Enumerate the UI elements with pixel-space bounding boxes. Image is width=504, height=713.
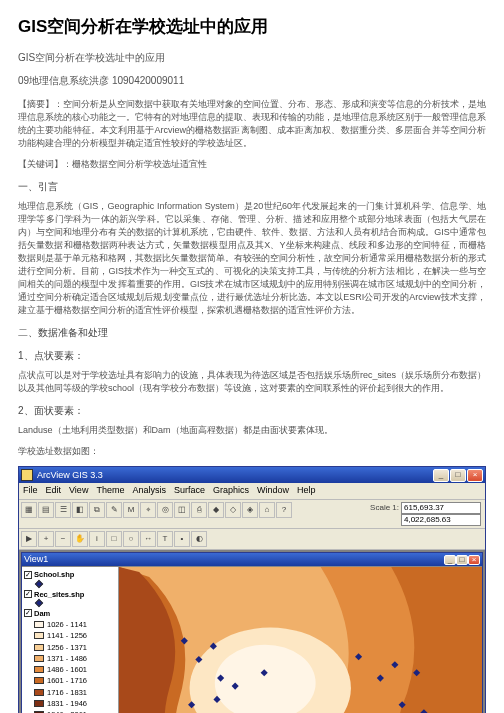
section-2-3-body: 学校选址数据如图： [18, 445, 486, 458]
abstract: 【摘要】：空间分析是从空间数据中获取有关地理对象的空间位置、分布、形态、形成和演… [18, 98, 486, 150]
coord-readout [401, 514, 481, 526]
menu-edit[interactable]: Edit [46, 484, 62, 498]
legend-panel: School.shp Rec_sites.shp Dam 1026 - 1141… [22, 567, 118, 713]
menu-help[interactable]: Help [297, 484, 316, 498]
color-swatch-icon [34, 644, 44, 651]
tool-btn[interactable]: ☰ [55, 502, 71, 518]
tool-btn[interactable]: ⧉ [89, 502, 105, 518]
checkbox-icon[interactable] [24, 571, 32, 579]
layer-dam[interactable]: Dam 1026 - 11411141 - 12561256 - 1371137… [24, 608, 116, 713]
view-min-button[interactable]: _ [444, 555, 456, 565]
keywords-text: ：栅格数据空间分析学校选址适宜性 [63, 159, 207, 169]
menu-window[interactable]: Window [257, 484, 289, 498]
map-canvas[interactable] [118, 567, 482, 713]
tool-identify-icon[interactable]: i [89, 531, 105, 547]
maximize-button[interactable]: □ [450, 469, 466, 482]
abstract-label: 【摘要】 [18, 99, 54, 109]
legend-class-row: 1716 - 1831 [34, 687, 116, 698]
legend-class-row: 1601 - 1716 [34, 675, 116, 686]
color-swatch-icon [34, 632, 44, 639]
tool-btn[interactable]: ▤ [38, 502, 54, 518]
menu-file[interactable]: File [23, 484, 38, 498]
scale-input[interactable] [401, 502, 481, 514]
tool-pointer-icon[interactable]: ▶ [21, 531, 37, 547]
legend-class-row: 1946 - 2061 [34, 709, 116, 713]
menu-analysis[interactable]: Analysis [132, 484, 166, 498]
section-2-2-head: 2、面状要素： [18, 403, 486, 418]
tool-zoom-out-icon[interactable]: − [55, 531, 71, 547]
section-2-1-head: 1、点状要素： [18, 348, 486, 363]
arcview-window: ArcView GIS 3.3 _ □ × File Edit View The… [18, 466, 486, 713]
view-window: View1 _ □ × School.shp Rec_sites.shp [21, 552, 483, 713]
class-label: 1831 - 1946 [47, 698, 87, 709]
tool-btn[interactable]: ○ [123, 531, 139, 547]
tool-pan-icon[interactable]: ✋ [72, 531, 88, 547]
class-label: 1486 - 1601 [47, 664, 87, 675]
menu-view[interactable]: View [69, 484, 88, 498]
minimize-button[interactable]: _ [433, 469, 449, 482]
tool-btn[interactable]: ◇ [225, 502, 241, 518]
tool-label-icon[interactable]: T [157, 531, 173, 547]
workspace: View1 _ □ × School.shp Rec_sites.shp [19, 550, 485, 713]
subtitle: GIS空间分析在学校选址中的应用 [18, 50, 486, 65]
legend-class-row: 1256 - 1371 [34, 642, 116, 653]
tool-btn[interactable]: ◧ [72, 502, 88, 518]
tool-btn[interactable]: ◐ [191, 531, 207, 547]
abstract-text: ：空间分析是从空间数据中获取有关地理对象的空间位置、分布、形态、形成和演变等信息… [18, 99, 486, 148]
view-close-button[interactable]: × [468, 555, 480, 565]
color-swatch-icon [34, 621, 44, 628]
tool-zoom-in-icon[interactable]: + [38, 531, 54, 547]
tool-btn[interactable]: ✎ [106, 502, 122, 518]
menu-theme[interactable]: Theme [96, 484, 124, 498]
tool-btn[interactable]: ? [276, 502, 292, 518]
tool-measure-icon[interactable]: ↔ [140, 531, 156, 547]
point-symbol-icon [35, 599, 43, 607]
color-swatch-icon [34, 666, 44, 673]
section-2-head: 二、数据准备和处理 [18, 325, 486, 340]
tool-btn[interactable]: M [123, 502, 139, 518]
tool-btn[interactable]: ◎ [157, 502, 173, 518]
page-title: GIS空间分析在学校选址中的应用 [18, 14, 486, 40]
app-title: ArcView GIS 3.3 [37, 469, 433, 483]
color-swatch-icon [34, 655, 44, 662]
tool-btn[interactable]: ⎙ [191, 502, 207, 518]
tool-btn[interactable]: ⌖ [140, 502, 156, 518]
section-1-body: 地理信息系统（GIS，Geographic Information System… [18, 200, 486, 317]
layer-rec-label: Rec_sites.shp [34, 589, 84, 600]
color-swatch-icon [34, 689, 44, 696]
layer-school-label: School.shp [34, 569, 74, 580]
section-2-1-body: 点状点可以是对于学校选址具有影响力的设施，具体表现为待选区域是否包括娱乐场所re… [18, 369, 486, 395]
layer-rec[interactable]: Rec_sites.shp [24, 589, 116, 606]
menubar: File Edit View Theme Analysis Surface Gr… [19, 483, 485, 500]
close-button[interactable]: × [467, 469, 483, 482]
class-label: 1716 - 1831 [47, 687, 87, 698]
tool-btn[interactable]: ◫ [174, 502, 190, 518]
tool-btn[interactable]: ◈ [242, 502, 258, 518]
section-1-head: 一、引言 [18, 179, 486, 194]
color-swatch-icon [34, 677, 44, 684]
view-title: View1 [24, 553, 48, 567]
class-label: 1946 - 2061 [47, 709, 87, 713]
toolbar-row-1: ▦ ▤ ☰ ◧ ⧉ ✎ M ⌖ ◎ ◫ ⎙ ◆ ◇ ◈ ⌂ ? Scale 1: [19, 500, 485, 529]
legend-class-row: 1026 - 1141 [34, 619, 116, 630]
keywords: 【关键词】：栅格数据空间分析学校选址适宜性 [18, 158, 486, 171]
layer-school[interactable]: School.shp [24, 569, 116, 586]
menu-surface[interactable]: Surface [174, 484, 205, 498]
app-icon [21, 469, 33, 481]
tool-btn[interactable]: ▦ [21, 502, 37, 518]
tool-select-icon[interactable]: □ [106, 531, 122, 547]
tool-btn[interactable]: ⌂ [259, 502, 275, 518]
tool-btn[interactable]: ◆ [208, 502, 224, 518]
view-max-button[interactable]: □ [456, 555, 468, 565]
class-label: 1371 - 1486 [47, 653, 87, 664]
layer-dam-label: Dam [34, 608, 50, 619]
legend-class-row: 1371 - 1486 [34, 653, 116, 664]
color-swatch-icon [34, 700, 44, 707]
menu-graphics[interactable]: Graphics [213, 484, 249, 498]
point-symbol-icon [35, 579, 43, 587]
class-label: 1256 - 1371 [47, 642, 87, 653]
keywords-label: 【关键词】 [18, 159, 63, 169]
tool-draw-icon[interactable]: • [174, 531, 190, 547]
checkbox-icon[interactable] [24, 609, 32, 617]
checkbox-icon[interactable] [24, 590, 32, 598]
